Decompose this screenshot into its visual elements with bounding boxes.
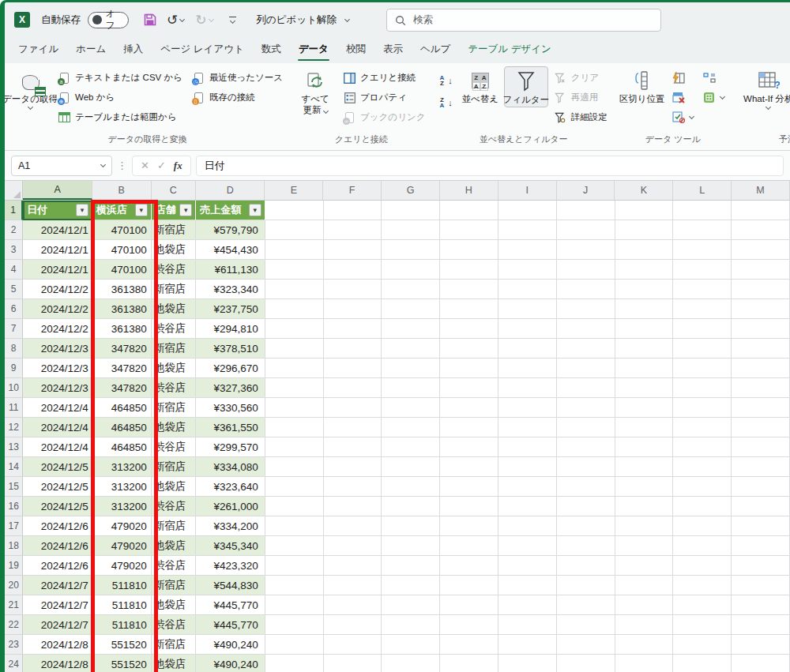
cell-H24[interactable] [440, 655, 498, 672]
cell-M18[interactable] [732, 536, 790, 556]
cell-E20[interactable] [265, 576, 324, 595]
cell-H10[interactable] [440, 378, 498, 398]
cell-M4[interactable] [732, 260, 790, 280]
cell-E16[interactable] [265, 497, 324, 516]
cell-K15[interactable] [615, 477, 674, 497]
cell-M13[interactable] [732, 437, 790, 457]
cell-D16[interactable]: ¥261,000 [196, 497, 265, 516]
cell-H3[interactable] [440, 240, 498, 260]
column-header-C[interactable]: C [152, 181, 196, 200]
cell-F5[interactable] [324, 280, 382, 299]
cell-M17[interactable] [732, 516, 790, 536]
row-header-2[interactable]: 2 [5, 220, 23, 240]
cell-E2[interactable] [265, 220, 324, 240]
cell-M2[interactable] [732, 220, 790, 240]
column-header-L[interactable]: L [673, 181, 732, 200]
row-header-16[interactable]: 16 [5, 497, 23, 516]
cell-I3[interactable] [498, 240, 557, 260]
cell-L19[interactable] [673, 556, 732, 576]
cell-D23[interactable]: ¥490,240 [196, 635, 265, 655]
cell-H11[interactable] [440, 398, 498, 418]
cell-H13[interactable] [440, 437, 498, 457]
cell-A6[interactable]: 2024/12/2 [23, 299, 92, 319]
cell-M8[interactable] [732, 339, 790, 359]
cell-B16[interactable]: 313200 [92, 497, 152, 516]
cell-F21[interactable] [324, 595, 382, 615]
cell-I16[interactable] [498, 497, 557, 516]
cell-B12[interactable]: 464850 [92, 418, 152, 437]
cell-B5[interactable]: 361380 [92, 280, 152, 299]
cell-L9[interactable] [673, 359, 732, 378]
cell-F15[interactable] [324, 477, 382, 497]
cell-D17[interactable]: ¥334,200 [196, 516, 265, 536]
cell-A5[interactable]: 2024/12/2 [23, 280, 92, 299]
cell-B13[interactable]: 464850 [92, 437, 152, 457]
cell-J21[interactable] [557, 595, 615, 615]
cell-D4[interactable]: ¥611,130 [196, 260, 265, 280]
cell-G12[interactable] [382, 418, 440, 437]
cell-H6[interactable] [440, 299, 498, 319]
cell-L20[interactable] [673, 576, 732, 595]
cell-C3[interactable]: 池袋店 [152, 240, 196, 260]
cell-F19[interactable] [324, 556, 382, 576]
cell-A15[interactable]: 2024/12/5 [23, 477, 92, 497]
cell-G14[interactable] [382, 457, 440, 477]
cell-D9[interactable]: ¥296,670 [196, 359, 265, 378]
cell-L13[interactable] [673, 437, 732, 457]
cell-G23[interactable] [382, 635, 440, 655]
cell-B15[interactable]: 313200 [92, 477, 152, 497]
cell-A12[interactable]: 2024/12/4 [23, 418, 92, 437]
cell-F12[interactable] [324, 418, 382, 437]
cell-J13[interactable] [557, 437, 615, 457]
name-box[interactable]: A1 [11, 156, 112, 176]
undo-button[interactable]: ↺ [164, 9, 189, 30]
cell-F20[interactable] [324, 576, 382, 595]
data-validation-button[interactable] [668, 107, 698, 127]
cell-E23[interactable] [265, 635, 324, 655]
remove-duplicates-button[interactable] [668, 88, 698, 107]
cell-I15[interactable] [498, 477, 557, 497]
cell-D15[interactable]: ¥323,640 [196, 477, 265, 497]
cell-G22[interactable] [382, 615, 440, 635]
cell-B22[interactable]: 511810 [92, 615, 152, 635]
cell-B9[interactable]: 347820 [92, 359, 152, 378]
row-header-3[interactable]: 3 [5, 240, 23, 260]
cell-H18[interactable] [440, 536, 498, 556]
cell-K22[interactable] [615, 615, 674, 635]
cell-H19[interactable] [440, 556, 498, 576]
cell-J6[interactable] [557, 299, 615, 319]
cell-M20[interactable] [732, 576, 790, 595]
cell-K6[interactable] [615, 299, 674, 319]
cell-H15[interactable] [440, 477, 498, 497]
advanced-filter-button[interactable]: 詳細設定 [550, 107, 611, 127]
cell-L16[interactable] [673, 497, 732, 516]
cell-M7[interactable] [732, 319, 790, 339]
cell-H7[interactable] [440, 319, 498, 339]
cell-D10[interactable]: ¥327,360 [196, 378, 265, 398]
cell-K14[interactable] [615, 457, 674, 477]
cell-F4[interactable] [324, 260, 382, 280]
cell-G4[interactable] [382, 260, 440, 280]
cell-M22[interactable] [732, 615, 790, 635]
row-header-20[interactable]: 20 [5, 576, 23, 595]
cell-I20[interactable] [498, 576, 557, 595]
cell-H14[interactable] [440, 457, 498, 477]
cell-G8[interactable] [382, 339, 440, 359]
cell-L22[interactable] [673, 615, 732, 635]
cell-D5[interactable]: ¥323,340 [196, 280, 265, 299]
cell-I11[interactable] [498, 398, 557, 418]
row-header-12[interactable]: 12 [5, 418, 23, 437]
tab-formulas[interactable]: 数式 [253, 37, 290, 63]
cell-A11[interactable]: 2024/12/4 [23, 398, 92, 418]
cell-J2[interactable] [557, 220, 615, 240]
cell-A1[interactable]: 日付▾ [23, 201, 92, 220]
cell-L12[interactable] [673, 418, 732, 437]
cell-F1[interactable] [324, 201, 382, 220]
filter-button[interactable]: フィルター [504, 66, 548, 107]
cell-F9[interactable] [324, 359, 382, 378]
cell-A10[interactable]: 2024/12/3 [23, 378, 92, 398]
cell-M6[interactable] [732, 299, 790, 319]
row-header-10[interactable]: 10 [5, 378, 23, 398]
save-button[interactable] [140, 9, 160, 30]
cell-J18[interactable] [557, 536, 615, 556]
